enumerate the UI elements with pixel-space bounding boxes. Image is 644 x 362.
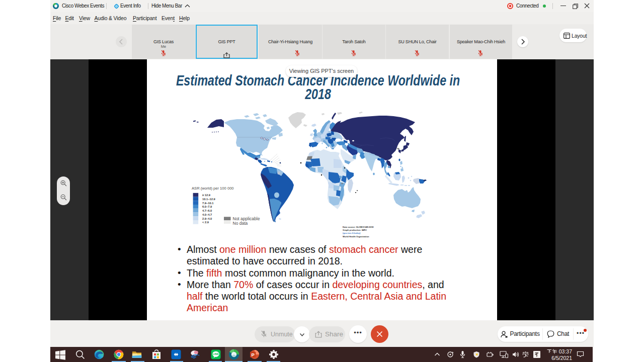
svg-text:10.1–12.9: 10.1–12.9 <box>202 198 216 201</box>
svg-text:7.9–10.1: 7.9–10.1 <box>202 202 214 205</box>
svg-text:No data: No data <box>233 221 248 226</box>
svg-text:ASR (world) per 100 000: ASR (world) per 100 000 <box>192 186 234 191</box>
svg-text:P: P <box>252 352 255 357</box>
svg-text:4.7–6.0: 4.7–6.0 <box>202 209 212 212</box>
svg-text:Graph production: IARC: Graph production: IARC <box>343 229 367 231</box>
svg-text:6.0–7.9: 6.0–7.9 <box>202 205 212 208</box>
svg-text:< 2.9: < 2.9 <box>202 221 209 224</box>
svg-text:World Health Organization: World Health Organization <box>343 235 369 238</box>
svg-text:2.9–4.0: 2.9–4.0 <box>202 217 212 220</box>
svg-text:LINE: LINE <box>213 352 219 355</box>
svg-text:(gco.iarc.fr/today): (gco.iarc.fr/today) <box>343 232 361 234</box>
svg-text:4.0–4.7: 4.0–4.7 <box>202 213 212 216</box>
svg-text:≥ 12.9: ≥ 12.9 <box>202 194 211 197</box>
svg-text:Data source: GLOBOCAN 2018: Data source: GLOBOCAN 2018 <box>343 226 374 228</box>
